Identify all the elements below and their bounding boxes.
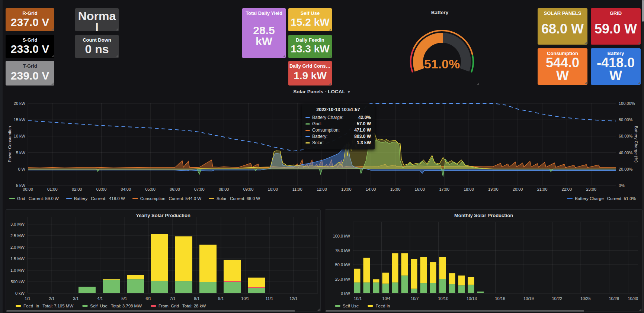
legend-item-feed_in[interactable]: Feed_InTotal: 7.105 MW bbox=[16, 304, 73, 308]
panel-resize-handle[interactable] bbox=[51, 55, 54, 57]
legend-value: Current: 59.0 W bbox=[29, 196, 59, 201]
series-color-dash-icon bbox=[132, 198, 138, 199]
panel-resize-handle[interactable] bbox=[477, 83, 479, 85]
panel-resize-handle[interactable] bbox=[116, 28, 118, 30]
stat-value: -418.0 W bbox=[591, 56, 641, 85]
bar-self-use-day12 bbox=[458, 285, 465, 293]
legend-item-battery[interactable]: BatteryCurrent: -418.0 W bbox=[66, 196, 125, 201]
tooltip-series-label: Grid: bbox=[312, 121, 322, 126]
stat-panel-self-use: Self Use15.2 kW bbox=[288, 8, 332, 31]
legend-item-grid[interactable]: GridCurrent: 59.0 W bbox=[9, 196, 59, 201]
svg-text:22:00: 22:00 bbox=[562, 187, 572, 191]
monthly-solar-chart[interactable]: 100.0 kW75.0 kW50.0 kW25.0 kW0 kW10/110/… bbox=[325, 210, 643, 303]
stat-title[interactable]: Count Down bbox=[83, 37, 111, 43]
series-color-dash-icon bbox=[305, 123, 310, 125]
svg-text:06:00: 06:00 bbox=[170, 187, 180, 191]
svg-text:5/1: 5/1 bbox=[121, 296, 127, 301]
panel-resize-handle[interactable] bbox=[638, 42, 640, 44]
tooltip-series-label: Solar: bbox=[312, 140, 324, 145]
svg-text:0 kW: 0 kW bbox=[15, 291, 25, 296]
svg-text:04:00: 04:00 bbox=[121, 187, 131, 191]
series-color-dash-icon bbox=[209, 198, 214, 199]
panel-resize-handle[interactable] bbox=[638, 82, 640, 84]
monthly-hscrollbar[interactable] bbox=[326, 310, 584, 312]
bar-feed-in-day11 bbox=[449, 273, 455, 284]
stat-value: 237.0 V bbox=[9, 16, 51, 31]
svg-text:10/30: 10/30 bbox=[628, 296, 638, 301]
panel-resize-handle[interactable] bbox=[283, 55, 285, 57]
tooltip-series-value: 57.0 W bbox=[357, 121, 371, 126]
page-scrollbar-track bbox=[642, 0, 644, 313]
page-scrollbar-thumb[interactable] bbox=[642, 0, 644, 22]
legend-item-solar[interactable]: SolarCurrent: 68.0 W bbox=[209, 196, 260, 201]
panel-resize-handle[interactable] bbox=[329, 83, 331, 85]
bar-feed-in-day1 bbox=[354, 269, 361, 283]
panel-resize-handle[interactable] bbox=[584, 42, 587, 44]
timeseries-title-row: Solar Panels - LOCAL▼ bbox=[0, 89, 644, 94]
svg-text:07:00: 07:00 bbox=[194, 187, 205, 191]
stat-panel-r-grid: R-Grid237.0 V bbox=[6, 8, 54, 31]
stat-title[interactable]: Self Use bbox=[301, 10, 320, 16]
svg-text:10/25: 10/25 bbox=[580, 296, 591, 301]
tooltip-series-label: Battery: bbox=[312, 134, 327, 139]
bar-feed_in-10/1 bbox=[248, 278, 265, 287]
stat-title[interactable]: GRID bbox=[610, 10, 622, 16]
bar-self-use-day3 bbox=[373, 283, 379, 293]
legend-item-consumption[interactable]: ConsumptionCurrent: 544.0 W bbox=[132, 196, 201, 201]
yearly-hscrollbar[interactable] bbox=[6, 310, 295, 312]
svg-text:18:00: 18:00 bbox=[464, 187, 474, 191]
legend-item-battery-charge[interactable]: Battery ChargeCurrent: 51.0% bbox=[567, 196, 636, 201]
timeseries-title[interactable]: Solar Panels - LOCAL bbox=[293, 89, 345, 94]
legend-label: Self_Use bbox=[90, 304, 108, 308]
legend-label: Feed In bbox=[375, 304, 390, 308]
stat-title[interactable]: Daily Grid Consu... bbox=[289, 63, 331, 69]
yearly-solar-chart[interactable]: 3.0 MW2.5 MW2.0 MW1.5 MW1.0 MW500 kW0 kW… bbox=[6, 210, 321, 303]
panel-resize-handle[interactable] bbox=[639, 309, 641, 311]
stat-title[interactable]: T-Grid bbox=[23, 63, 37, 69]
stat-title[interactable]: S-Grid bbox=[23, 37, 38, 43]
panel-resize-handle[interactable] bbox=[116, 55, 118, 57]
legend-label: Battery bbox=[74, 196, 87, 201]
tooltip-row: Battery:803.0 W bbox=[305, 134, 371, 139]
panel-resize-handle[interactable] bbox=[51, 83, 54, 85]
svg-text:03:00: 03:00 bbox=[96, 187, 107, 191]
legend-item-feed-in[interactable]: Feed In bbox=[368, 304, 390, 308]
panel-resize-handle[interactable] bbox=[329, 55, 331, 57]
stat-title[interactable]: Total Daily Yield bbox=[246, 10, 282, 16]
svg-text:2.5 MW: 2.5 MW bbox=[10, 233, 25, 238]
bar-self_use-8/1 bbox=[199, 282, 217, 293]
stat-title[interactable]: Daily FeedIn bbox=[296, 37, 324, 43]
panel-resize-handle[interactable] bbox=[317, 309, 320, 311]
stat-panel-solar-panels: SOLAR PANELS68.0 W bbox=[538, 8, 587, 45]
series-color-dash-icon bbox=[305, 136, 310, 137]
legend-item-self_use[interactable]: Self_UseTotal: 3.798 MW bbox=[82, 304, 142, 308]
bar-self_use-6/1 bbox=[151, 281, 168, 293]
bar-self-use-day14 bbox=[477, 291, 484, 293]
legend-value: Current: 51.0% bbox=[607, 196, 636, 201]
series-color-dash-icon bbox=[9, 198, 15, 199]
gauge-title[interactable]: Battery bbox=[400, 10, 480, 15]
series-color-dash-icon bbox=[82, 305, 88, 307]
legend-item-from_grid[interactable]: From_GridTotal: 28 kW bbox=[151, 304, 206, 308]
series-color-dash-icon bbox=[16, 305, 21, 307]
stat-title[interactable]: R-Grid bbox=[22, 10, 37, 16]
panel-resize-handle[interactable] bbox=[584, 82, 587, 84]
stat-value: 15.2 kW bbox=[289, 16, 331, 31]
svg-text:00:00: 00:00 bbox=[23, 187, 33, 191]
panel-resize-handle[interactable] bbox=[51, 28, 54, 30]
svg-text:10/7: 10/7 bbox=[411, 296, 419, 301]
stat-title[interactable]: SOLAR PANELS bbox=[544, 10, 581, 16]
bar-self-use-day13 bbox=[468, 285, 474, 293]
series-color-dash-icon bbox=[66, 198, 72, 199]
bar-self_use-3/1 bbox=[79, 287, 96, 293]
panel-resize-handle[interactable] bbox=[329, 28, 331, 30]
bar-self-use-day10 bbox=[439, 279, 446, 294]
svg-text:6/1: 6/1 bbox=[145, 296, 151, 301]
svg-text:3.0 MW: 3.0 MW bbox=[10, 222, 25, 226]
tooltip-series-label: Consumption: bbox=[312, 128, 340, 133]
svg-text:20.00%: 20.00% bbox=[619, 167, 633, 171]
stat-panel-grid: GRID59.0 W bbox=[591, 8, 641, 45]
svg-text:1/1: 1/1 bbox=[25, 296, 30, 301]
svg-text:09:00: 09:00 bbox=[243, 187, 254, 191]
legend-item-self-use[interactable]: Self Use bbox=[335, 304, 359, 308]
